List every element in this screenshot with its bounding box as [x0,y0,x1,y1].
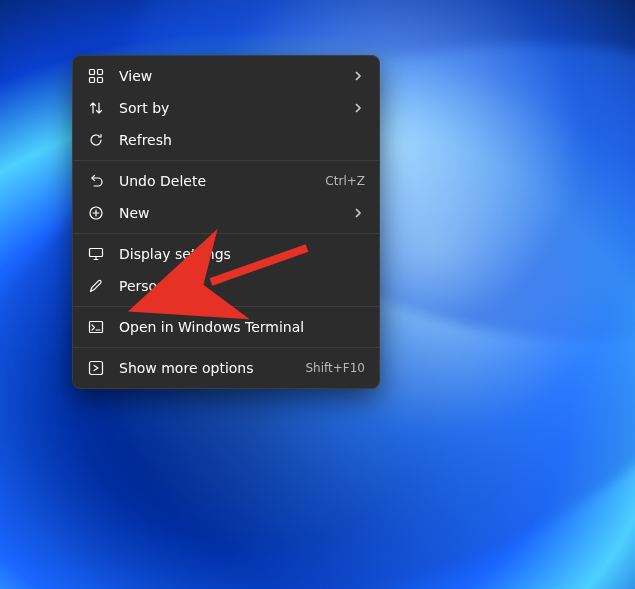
svg-rect-1 [98,70,103,75]
desktop-context-menu: View Sort by Refresh Undo Delete Ctrl+Z … [72,55,380,389]
menu-item-refresh[interactable]: Refresh [77,124,375,156]
svg-rect-0 [90,70,95,75]
menu-item-show-more-options[interactable]: Show more options Shift+F10 [77,352,375,384]
more-options-icon [87,359,105,377]
menu-item-label: Undo Delete [119,173,317,189]
menu-item-new[interactable]: New [77,197,375,229]
separator [73,233,379,234]
svg-rect-2 [90,78,95,83]
svg-rect-5 [90,249,103,257]
menu-item-label: Personalize [119,278,365,294]
chevron-right-icon [351,71,365,81]
display-icon [87,245,105,263]
sort-icon [87,99,105,117]
menu-item-label: Refresh [119,132,365,148]
menu-item-display-settings[interactable]: Display settings [77,238,375,270]
menu-item-label: Display settings [119,246,365,262]
refresh-icon [87,131,105,149]
menu-item-open-in-windows-terminal[interactable]: Open in Windows Terminal [77,311,375,343]
separator [73,160,379,161]
grid-icon [87,67,105,85]
svg-rect-7 [90,362,103,375]
menu-item-sort-by[interactable]: Sort by [77,92,375,124]
menu-item-undo-delete[interactable]: Undo Delete Ctrl+Z [77,165,375,197]
terminal-icon [87,318,105,336]
menu-item-label: Sort by [119,100,351,116]
menu-item-label: Open in Windows Terminal [119,319,365,335]
svg-rect-6 [90,322,103,333]
svg-rect-3 [98,78,103,83]
undo-icon [87,172,105,190]
menu-item-view[interactable]: View [77,60,375,92]
menu-item-label: Show more options [119,360,297,376]
menu-item-shortcut: Shift+F10 [305,361,365,375]
separator [73,306,379,307]
menu-item-personalize[interactable]: Personalize [77,270,375,302]
menu-item-label: View [119,68,351,84]
menu-item-shortcut: Ctrl+Z [325,174,365,188]
separator [73,347,379,348]
new-icon [87,204,105,222]
personalize-icon [87,277,105,295]
menu-item-label: New [119,205,351,221]
chevron-right-icon [351,208,365,218]
chevron-right-icon [351,103,365,113]
